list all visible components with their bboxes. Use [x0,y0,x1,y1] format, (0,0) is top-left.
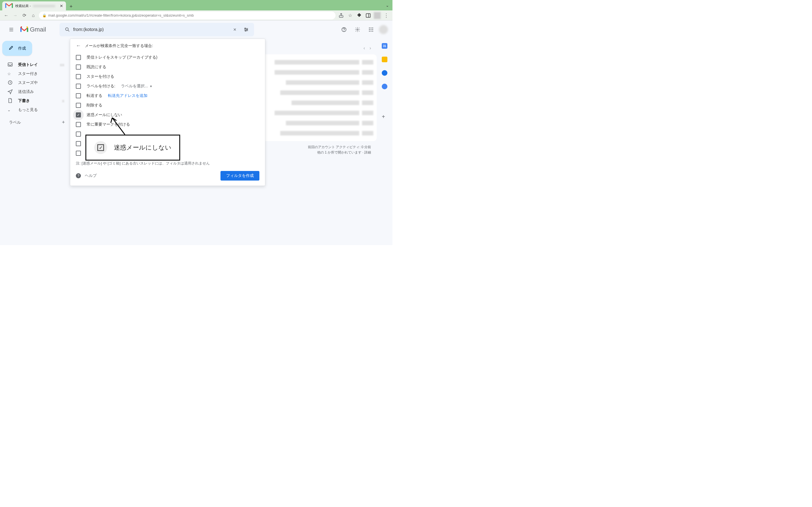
newer-button[interactable]: › [370,46,371,51]
support-icon[interactable] [338,24,350,35]
forward-button[interactable]: → [12,12,18,19]
checkbox[interactable] [76,122,81,127]
send-icon [7,89,13,95]
filter-option-label: 既読にする [87,64,106,69]
filter-note: 注: [迷惑メール] や [ゴミ箱] にある古いスレッドには、フィルタは適用され… [70,158,265,169]
svg-point-17 [369,27,370,29]
svg-point-20 [369,29,370,30]
new-tab-button[interactable]: + [67,3,75,10]
add-forward-address-link[interactable]: 転送先アドレスを追加 [108,93,147,98]
reload-button[interactable]: ⟳ [21,12,28,19]
sidebar-item-sent[interactable]: 送信済み [2,87,70,96]
sidebar-item-starred[interactable]: ☆ スター付き [2,69,70,78]
svg-point-22 [372,29,373,30]
tasks-icon[interactable] [382,70,388,76]
sidebar-item-more[interactable]: ⌄ もっと見る [2,105,70,114]
browser-toolbar: ← → ⟳ ⌂ 🔒 mail.google.com/mail/u/1/#crea… [0,10,393,20]
browser-menu-icon[interactable]: ⋮ [383,12,390,19]
checkbox-checked[interactable] [76,112,81,117]
labels-heading: ラベル + [2,114,70,125]
main-pane: ‹ › 前回のアカウント アクティビティ: 0 分前 他の 1 か所で開かれてい… [70,39,393,245]
checkbox[interactable] [76,55,81,60]
filter-option-forward[interactable]: 転送する 転送先アドレスを追加 [70,91,265,101]
filter-option-hidden-1[interactable] [70,129,265,139]
tab-close-icon[interactable]: ✕ [60,4,63,8]
filter-option-hidden-3[interactable] [70,149,265,158]
keep-icon[interactable] [382,57,388,62]
sidebar: 作成 受信トレイ xx ☆ スター付き スヌーズ中 送信済み 下書き x ⌄ も… [0,39,70,245]
checkbox[interactable] [76,103,81,108]
browser-tab-strip: 検索結果 - xxxxxxxxxxxxx ✕ + ⌄ [0,0,393,10]
gmail-logo[interactable]: Gmail [20,26,46,33]
clear-search-icon[interactable]: ✕ [229,27,241,32]
extensions-icon[interactable] [356,12,363,19]
filter-back-button[interactable]: ← [76,43,81,49]
account-avatar[interactable] [379,25,388,34]
filter-option-label: スターを付ける [87,74,114,79]
filter-option-label: 常に重要マークを付ける [87,122,130,127]
bookmark-star-icon[interactable]: ☆ [347,12,354,19]
back-button[interactable]: ← [3,12,10,19]
checkbox[interactable] [76,93,81,98]
address-bar[interactable]: 🔒 mail.google.com/mail/u/1/#create-filte… [39,11,336,19]
svg-point-23 [369,31,370,32]
filter-option-mark-read[interactable]: 既読にする [70,62,265,72]
checkbox[interactable] [76,64,81,69]
search-icon[interactable] [62,27,73,33]
checkbox[interactable] [76,83,81,89]
filter-option-apply-label[interactable]: ラベルを付ける: ラベルを選択...▼ [70,81,265,91]
sidebar-item-snoozed[interactable]: スヌーズ中 [2,78,70,87]
main-menu-icon[interactable] [4,23,18,36]
tab-title: 検索結果 - [15,4,31,8]
share-icon[interactable] [338,12,345,19]
filter-help-link[interactable]: ? ヘルプ [76,173,97,178]
url-text: mail.google.com/mail/u/1/#create-filter/… [48,13,194,17]
compose-button[interactable]: 作成 [2,41,32,56]
add-addon-icon[interactable]: + [382,114,388,119]
search-input[interactable] [73,27,229,32]
side-panel: 31 + [377,39,393,245]
contacts-icon[interactable] [382,83,388,89]
filter-option-hidden-2[interactable] [70,139,265,149]
filter-option-star[interactable]: スターを付ける [70,72,265,81]
older-button[interactable]: ‹ [363,46,365,51]
clock-icon [7,80,13,86]
sidebar-item-inbox[interactable]: 受信トレイ xx [2,60,70,69]
create-filter-button[interactable]: フィルタを作成 [220,171,259,180]
sidebar-item-label: 下書き [18,98,30,103]
gmail-header: Gmail ✕ [0,20,393,39]
filter-option-skip-inbox[interactable]: 受信トレイをスキップ (アーカイブする) [70,53,265,62]
svg-point-12 [247,29,248,30]
sidepanel-icon[interactable] [365,12,371,19]
home-button[interactable]: ⌂ [30,12,37,19]
filter-option-label: 削除する [87,103,102,108]
svg-point-6 [66,27,68,31]
add-label-button[interactable]: + [62,119,65,125]
calendar-icon[interactable]: 31 [382,43,388,49]
svg-point-25 [372,31,373,32]
tab-title-redacted: xxxxxxxxxxxxx [33,4,55,8]
browser-tab[interactable]: 検索結果 - xxxxxxxxxxxxx ✕ [2,1,66,10]
svg-point-18 [370,27,371,29]
filter-option-delete[interactable]: 削除する [70,101,265,110]
checkbox[interactable] [76,74,81,79]
compose-label: 作成 [18,46,26,51]
filter-option-label: 迷惑メールにしない [87,112,122,117]
filter-option-always-important[interactable]: 常に重要マークを付ける [70,120,265,129]
sidebar-item-drafts[interactable]: 下書き x [2,96,70,105]
apps-grid-icon[interactable] [365,24,377,35]
checkbox[interactable] [76,131,81,136]
checkbox[interactable] [76,141,81,146]
label-select[interactable]: ラベルを選択...▼ [121,83,153,89]
settings-gear-icon[interactable] [352,24,363,35]
svg-point-11 [245,28,246,29]
search-bar[interactable]: ✕ [59,23,254,36]
drafts-count: x [62,99,66,103]
checkbox[interactable] [76,151,81,156]
svg-point-24 [370,31,371,32]
tab-list-chevron-icon[interactable]: ⌄ [386,3,389,8]
filter-option-never-spam[interactable]: 迷惑メールにしない [70,110,265,120]
filter-heading: メールが検索条件と完全一致する場合: [85,43,153,48]
profile-avatar[interactable] [374,12,380,19]
search-options-icon[interactable] [241,27,252,33]
